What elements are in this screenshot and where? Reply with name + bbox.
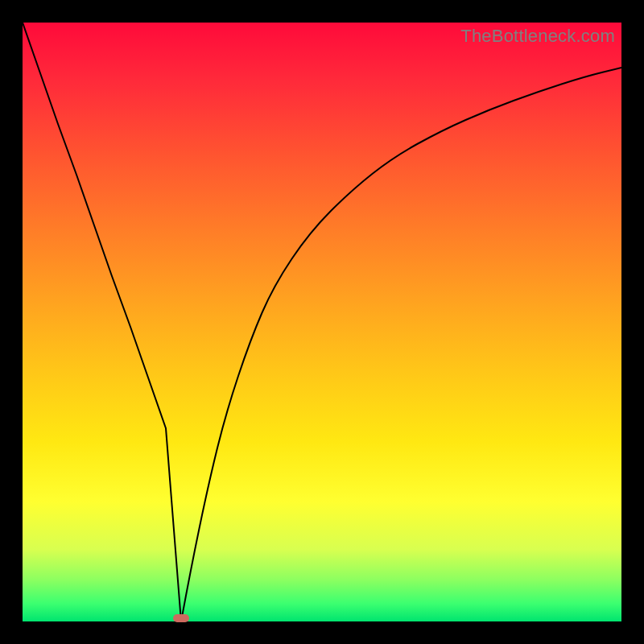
curve-left-branch (23, 23, 181, 621)
minimum-marker (173, 614, 189, 622)
outer-frame: TheBottleneck.com (0, 0, 644, 644)
curve-right-branch (181, 68, 621, 621)
bottleneck-curve (23, 23, 621, 621)
plot-area: TheBottleneck.com (23, 23, 621, 621)
